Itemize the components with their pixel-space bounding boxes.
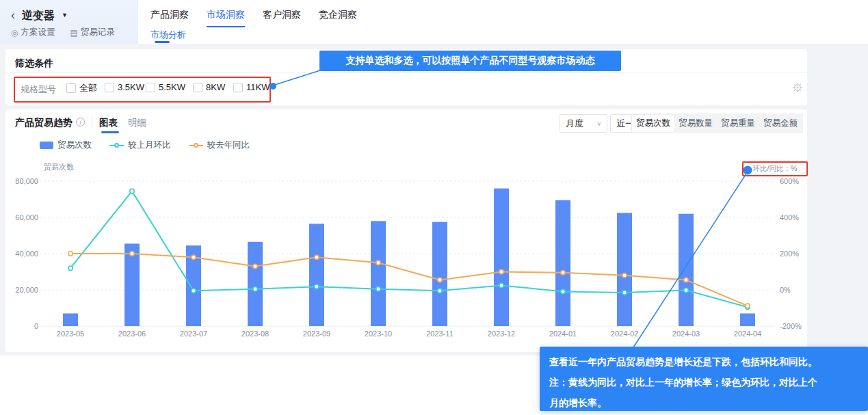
trend-card-title: 产品贸易趋势: [15, 117, 73, 129]
bar-2023-05: [63, 313, 78, 326]
checkbox-label: 11KW: [246, 82, 269, 92]
app-header: ‹ 逆变器 ▼ ◎方案设置▤贸易记录 产品洞察市场洞察客户洞察竞企洞察 市场分析: [0, 0, 868, 44]
legend-item-较去年同比[interactable]: 较去年同比: [189, 139, 250, 151]
trend-tip-line: 查看近一年内产品贸易趋势是增长还是下跌，包括环比和同比。: [549, 351, 858, 372]
filter-option-11KW[interactable]: 11KW: [233, 82, 269, 92]
bar-2023-09: [309, 224, 324, 326]
filter-option-5.5KW[interactable]: 5.5KW: [146, 82, 185, 92]
x-axis-label: 2023-08: [241, 330, 269, 338]
target-icon: ◎: [11, 28, 18, 38]
right-axis-tick: 400%: [780, 213, 799, 222]
tab-1[interactable]: 产品洞察: [150, 9, 189, 27]
point-2023-10: [376, 287, 380, 291]
point-2023-08: [253, 264, 257, 268]
filter-option-8KW[interactable]: 8KW: [193, 82, 225, 92]
header-actions: ◎方案设置▤贸易记录: [11, 27, 115, 38]
subtab-underline: [155, 41, 170, 43]
point-2023-07: [192, 289, 196, 293]
x-axis-label: 2024-01: [549, 330, 577, 338]
header-left-panel: ‹ 逆变器 ▼ ◎方案设置▤贸易记录: [0, 0, 138, 44]
left-axis-tick: 20,000: [15, 286, 38, 294]
main-tabs: 产品洞察市场洞察客户洞察竞企洞察: [150, 9, 357, 27]
bar-2023-08: [248, 242, 263, 326]
gear-icon[interactable]: [792, 82, 803, 93]
metric-button-1[interactable]: 贸易次数: [632, 115, 674, 132]
view-tab-2[interactable]: 明细: [128, 117, 146, 129]
chevron-down-icon: ∨: [596, 120, 601, 127]
legend-label: 较上月环比: [128, 139, 171, 151]
view-tab-1[interactable]: 图表: [99, 117, 118, 129]
divider: [5, 72, 807, 73]
header-action-贸易记录[interactable]: ▤贸易记录: [70, 27, 114, 38]
point-2024-02: [622, 273, 627, 278]
point-2023-05: [68, 266, 73, 270]
point-2023-07: [192, 255, 196, 259]
legend-line-marker: [189, 143, 203, 148]
x-axis-label: 2024-02: [611, 330, 638, 338]
trend-tip-line: 月的增长率。: [549, 392, 858, 413]
point-2023-12: [499, 269, 503, 273]
point-2024-04: [746, 304, 750, 308]
x-axis-label: 2024-04: [734, 330, 761, 338]
point-2024-02: [622, 291, 627, 295]
point-2023-09: [315, 284, 319, 289]
line-较去年同比: [70, 254, 748, 306]
trend-card: 产品贸易趋势 i 图表明细 月度 ∨ 近一年 ∨ 贸易次数贸易数量贸易重量贸易金…: [5, 109, 807, 352]
point-2023-12: [499, 283, 503, 287]
checkbox-label: 8KW: [206, 82, 225, 92]
bar-2023-11: [432, 222, 447, 326]
metric-button-2[interactable]: 贸易数量: [674, 115, 717, 132]
legend-label: 贸易次数: [57, 139, 92, 151]
trend-tip-callout: 查看近一年内产品贸易趋势是增长还是下跌，包括环比和同比。 注：黄线为同比，对比上…: [540, 347, 868, 411]
header-action-方案设置[interactable]: ◎方案设置: [11, 27, 55, 38]
bar-2023-06: [124, 243, 140, 326]
checkbox[interactable]: [233, 83, 243, 92]
header-action-label: 方案设置: [21, 27, 55, 38]
filter-option-3.5KW[interactable]: 3.5KW: [105, 82, 144, 92]
legend-item-较上月环比[interactable]: 较上月环比: [109, 139, 171, 151]
bar-2024-01: [555, 200, 570, 326]
period-select[interactable]: 月度 ∨: [560, 114, 607, 133]
right-axis-tick: 0%: [780, 286, 791, 294]
checkbox-label: 5.5KW: [159, 82, 185, 92]
tab-4[interactable]: 竞企洞察: [319, 9, 357, 27]
x-axis-label: 2023-10: [365, 330, 392, 338]
point-2024-01: [561, 271, 565, 275]
x-axis-label: 2023-06: [118, 330, 146, 338]
product-title: 逆变器: [22, 9, 55, 23]
trend-tip-line: 注：黄线为同比，对比上一年的增长率；绿色为环比，对比上个: [549, 372, 858, 392]
checkbox[interactable]: [193, 83, 202, 92]
back-icon[interactable]: ‹: [11, 8, 15, 22]
subtab-market-analysis[interactable]: 市场分析: [150, 29, 186, 41]
point-2024-03: [684, 288, 688, 292]
bar-2024-03: [679, 214, 694, 326]
point-2023-11: [438, 278, 442, 282]
chevron-down-icon[interactable]: ▼: [62, 12, 68, 18]
left-axis-tick: 60,000: [15, 213, 38, 222]
checkbox[interactable]: [146, 83, 155, 92]
tab-3[interactable]: 客户洞察: [263, 9, 301, 27]
checkbox-label: 3.5KW: [118, 82, 144, 92]
metric-button-4[interactable]: 贸易金额: [759, 115, 802, 132]
metric-button-3[interactable]: 贸易重量: [717, 115, 759, 132]
right-axis-tick: 600%: [780, 177, 799, 185]
legend-label: 较去年同比: [207, 139, 250, 151]
point-2023-09: [315, 255, 319, 259]
legend-item-贸易次数[interactable]: 贸易次数: [40, 139, 92, 151]
metric-segmented-control: 贸易次数贸易数量贸易重量贸易金额: [631, 113, 803, 133]
document-icon: ▤: [70, 28, 77, 38]
x-axis-label: 2023-05: [57, 330, 84, 338]
tab-2[interactable]: 市场洞察: [207, 9, 245, 27]
x-axis-label: 2024-03: [672, 330, 700, 338]
period-select-value: 月度: [566, 118, 583, 130]
checkbox[interactable]: [66, 83, 76, 93]
header-action-label: 贸易记录: [81, 27, 115, 38]
filter-card-title: 筛选条件: [15, 57, 53, 70]
point-2023-11: [438, 289, 442, 293]
info-icon[interactable]: i: [76, 118, 85, 126]
checkbox[interactable]: [105, 83, 114, 92]
filter-option-全部[interactable]: 全部: [66, 82, 97, 94]
bar-2024-02: [617, 213, 632, 326]
point-2024-01: [561, 289, 565, 293]
x-axis-label: 2023-12: [488, 330, 515, 338]
